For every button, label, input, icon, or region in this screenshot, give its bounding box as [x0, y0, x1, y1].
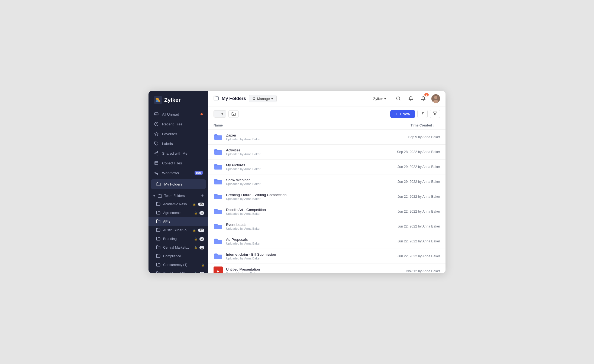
svg-point-18: [396, 97, 400, 100]
topbar-divider: [390, 96, 390, 102]
branding-folder-name: Branding: [163, 237, 192, 241]
team-folders-header[interactable]: ▼ Team Folders +: [148, 191, 208, 200]
team-folder-compliance[interactable]: Compliance: [148, 252, 208, 261]
folder-icon: [214, 192, 223, 201]
sidebar-item-workflows[interactable]: Workflows Beta: [148, 168, 208, 178]
svg-point-15: [157, 174, 158, 175]
notif-badge-wrapper: 2: [419, 94, 428, 103]
austin-count: 17: [198, 229, 204, 232]
svg-line-10: [156, 154, 157, 154]
col-time-header: Time Created ↓: [353, 121, 446, 130]
team-folder-academic[interactable]: Academic Reso... 🔒 25: [148, 200, 208, 209]
file-info: Doodle Art - Competition Uploaded by Ann…: [226, 208, 266, 215]
favorites-label: Favorites: [162, 132, 203, 136]
svg-point-13: [157, 171, 158, 172]
file-name: Activities: [226, 148, 260, 152]
folder-icon-confidential: [156, 271, 161, 273]
zylker-logo-icon: [154, 96, 162, 104]
manage-button[interactable]: ⚙ Manage ▾: [249, 95, 277, 102]
table-row[interactable]: Zapier Uploaded by Anna Baker Sep 9 by A…: [208, 130, 446, 145]
file-sub: Uploaded by Anna Baker: [226, 212, 266, 215]
file-sub: Uploaded by Anna Baker: [226, 167, 260, 171]
team-folder-austin[interactable]: Austin SuperFo... 🔒 17: [148, 226, 208, 235]
file-time: Jun 29, 2022 by Anna Baker: [353, 174, 446, 189]
svg-point-21: [434, 96, 437, 99]
branding-count: 3: [199, 237, 204, 241]
table-row[interactable]: Doodle Art - Competition Uploaded by Ann…: [208, 204, 446, 219]
table-row[interactable]: Show Webinar Uploaded by Anna Baker Jun …: [208, 174, 446, 189]
avatar[interactable]: [431, 94, 440, 103]
beta-badge: Beta: [195, 171, 203, 175]
team-folder-agreements[interactable]: Agreements 🔒 4: [148, 209, 208, 217]
table-row[interactable]: Ad Proposals Uploaded by Anna Baker Jun …: [208, 234, 446, 249]
sidebar-item-recent-files[interactable]: Recent Files: [148, 119, 208, 129]
lock-icon-austin: 🔒: [193, 229, 196, 232]
file-name: Untitled Presentation: [226, 267, 260, 271]
file-row-name: My Pictures Uploaded by Anna Baker: [214, 162, 347, 171]
inbox-icon: [154, 112, 159, 117]
file-row-name: Zapier Uploaded by Anna Baker: [214, 132, 347, 142]
view-toggle-button[interactable]: ▾: [214, 110, 226, 118]
table-row[interactable]: Creating Future - Writing Competition Up…: [208, 189, 446, 204]
file-row-name: Activities Uploaded by Anna Baker: [214, 147, 347, 157]
lock-icon-concurrency: 🔒: [201, 264, 204, 266]
new-button-icon: +: [395, 112, 397, 116]
add-team-folder-button[interactable]: +: [201, 193, 204, 198]
file-table: Name Time Created ↓ Zapier Uploaded by A…: [208, 121, 446, 273]
file-time: Sep 9 by Anna Baker: [353, 130, 446, 145]
content-area: ▾ + + New: [208, 106, 446, 273]
file-sub: Uploaded by Anna Baker: [226, 227, 260, 230]
lock-icon-confidential: 🔒: [194, 272, 197, 273]
folder-icon-apis: [156, 219, 161, 224]
team-folder-concurrency[interactable]: Concurrency (1) 🔒: [148, 261, 208, 269]
team-folder-confidential[interactable]: Confidential Fil... 🔒 2: [148, 269, 208, 273]
file-sub: Uploaded by Anna Baker: [226, 182, 260, 186]
svg-marker-5: [154, 132, 158, 135]
new-folder-button[interactable]: [228, 110, 239, 118]
team-folder-apis[interactable]: APIs: [148, 217, 208, 226]
team-folder-branding[interactable]: Branding 🔒 3: [148, 235, 208, 243]
file-sub: Uploaded by Anna Baker: [226, 138, 260, 141]
filter-button[interactable]: [430, 110, 440, 118]
workflow-icon: [154, 170, 159, 175]
file-row-name: ▶ Untitled Presentation Created by Anna …: [214, 266, 347, 273]
svg-line-19: [399, 99, 400, 100]
bell-button[interactable]: [406, 94, 415, 103]
sidebar-item-collect-files[interactable]: Collect Files: [148, 158, 208, 168]
sidebar-item-my-folders[interactable]: My Folders: [151, 179, 206, 189]
table-row[interactable]: Activities Uploaded by Anna Baker Sep 28…: [208, 145, 446, 160]
sort-button[interactable]: [417, 110, 428, 118]
table-row[interactable]: Event Leads Uploaded by Anna Baker Jun 2…: [208, 219, 446, 234]
academic-folder-name: Academic Reso...: [163, 202, 191, 206]
file-row-name: Doodle Art - Competition Uploaded by Ann…: [214, 207, 347, 216]
my-folders-icon: [156, 182, 161, 187]
sidebar-item-favorites[interactable]: Favorites: [148, 129, 208, 139]
bell-icon: [408, 96, 413, 101]
folder-icon-compliance: [156, 254, 161, 259]
lock-icon-agreements: 🔒: [194, 212, 197, 214]
file-info: My Pictures Uploaded by Anna Baker: [226, 163, 260, 171]
workspace-selector[interactable]: Zylker ▾: [373, 97, 386, 101]
file-row-name: Creating Future - Writing Competition Up…: [214, 192, 347, 201]
topbar-right: Zylker ▾ 2: [373, 94, 440, 103]
table-row[interactable]: ▶ Untitled Presentation Created by Anna …: [208, 264, 446, 273]
search-button[interactable]: [394, 94, 403, 103]
team-folder-central-marketing[interactable]: Central Marketi... 🔒 1: [148, 243, 208, 252]
new-button[interactable]: + + New: [390, 110, 415, 118]
folder-icon-concurrency: [156, 262, 161, 267]
table-row[interactable]: My Pictures Uploaded by Anna Baker Jun 2…: [208, 160, 446, 174]
sidebar-item-all-unread[interactable]: All Unread: [148, 109, 208, 119]
confidential-folder-name: Confidential Fil...: [163, 272, 192, 273]
filter-icon: [433, 111, 437, 116]
table-row[interactable]: Internet claim - Bill Submission Uploade…: [208, 249, 446, 264]
sidebar-item-shared-with-me[interactable]: Shared with Me: [148, 148, 208, 158]
file-row-name: Event Leads Uploaded by Anna Baker: [214, 222, 347, 231]
folder-icon: [214, 237, 223, 246]
toolbar-right: + + New: [390, 110, 440, 118]
file-info: Internet claim - Bill Submission Uploade…: [226, 252, 276, 260]
topbar-left: My Folders ⚙ Manage ▾: [214, 95, 370, 102]
sidebar-item-labels[interactable]: Labels: [148, 139, 208, 148]
file-info: Zapier Uploaded by Anna Baker: [226, 133, 260, 141]
file-name: Show Webinar: [226, 178, 260, 182]
svg-point-9: [157, 154, 158, 155]
